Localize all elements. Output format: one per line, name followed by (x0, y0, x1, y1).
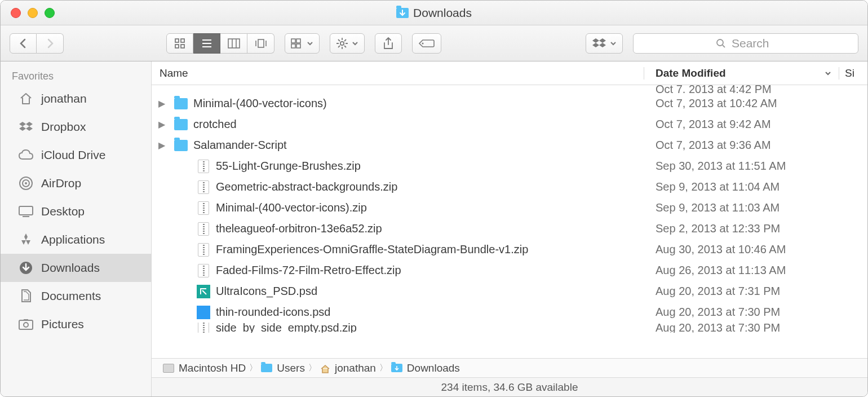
svg-rect-2 (175, 45, 179, 48)
sidebar-section-header: Favorites (1, 66, 151, 85)
file-date-modified: Aug 20, 2013 at 7:31 PM (644, 285, 839, 298)
action-button[interactable] (330, 33, 365, 54)
svg-line-22 (338, 39, 340, 41)
psd-file-icon (197, 306, 210, 319)
path-separator-icon: 〉 (246, 363, 261, 373)
share-button[interactable] (375, 33, 402, 54)
file-name: Minimal-(400-vector-icons).zip (216, 201, 367, 214)
file-name: thin-rounded-icons.psd (216, 306, 330, 319)
svg-rect-32 (19, 206, 33, 215)
file-browser: Name Date Modified Si ▶coffeescript-logo… (152, 61, 867, 396)
file-date-modified: Aug 26, 2013 at 11:13 AM (644, 264, 839, 277)
file-name: FramingExperiences-OmniGraffle-StateDiag… (216, 243, 528, 256)
svg-rect-16 (296, 44, 300, 48)
path-segment[interactable]: jonathan (320, 362, 376, 374)
downloads-folder-icon (396, 8, 409, 18)
file-name: side_by_side_empty.psd.zip (216, 323, 357, 333)
sidebar-item-dropbox[interactable]: Dropbox (1, 113, 151, 141)
sidebar-item-airdrop[interactable]: AirDrop (1, 169, 151, 197)
file-row[interactable]: theleagueof-orbitron-13e6a52.zipSep 2, 2… (152, 218, 867, 239)
sidebar-item-label: Pictures (41, 317, 84, 331)
file-name: Salamander-Script (193, 139, 287, 152)
svg-line-24 (338, 46, 340, 47)
zip-file-icon (198, 264, 209, 277)
file-row[interactable]: ▶crotchedOct 7, 2013 at 9:42 AM (152, 114, 867, 135)
sidebar-item-documents[interactable]: Documents (1, 282, 151, 310)
sidebar-item-label: Documents (41, 289, 101, 303)
file-row[interactable]: Geometric-abstract-backgrounds.zipSep 9,… (152, 177, 867, 197)
downloads-folder-icon (391, 364, 402, 372)
file-date-modified: Aug 30, 2013 at 10:46 AM (644, 243, 839, 256)
file-row[interactable]: UltraIcons_PSD.psdAug 20, 2013 at 7:31 P… (152, 281, 867, 302)
apps-icon (17, 231, 34, 248)
sidebar-item-desktop[interactable]: Desktop (1, 197, 151, 226)
file-date-modified: Oct 7, 2013 at 9:42 AM (644, 118, 839, 131)
file-date-modified: Sep 2, 2013 at 12:33 PM (644, 222, 839, 235)
path-separator-icon: 〉 (376, 363, 391, 373)
sidebar-item-label: Applications (41, 233, 105, 246)
file-row[interactable]: ▶Salamander-ScriptOct 7, 2013 at 9:36 AM (152, 135, 867, 156)
file-row[interactable]: thin-rounded-icons.psdAug 20, 2013 at 7:… (152, 302, 867, 323)
svg-point-26 (422, 42, 424, 44)
sidebar-item-icloud-drive[interactable]: iCloud Drive (1, 141, 151, 169)
list-view-button[interactable] (193, 33, 220, 54)
minimize-window-button[interactable] (28, 8, 38, 18)
zip-file-icon (198, 180, 209, 194)
sidebar-item-downloads[interactable]: Downloads (1, 254, 151, 282)
file-list[interactable]: ▶coffeescript-logoOct 7, 2013 at 4:42 PM… (152, 85, 867, 358)
fullscreen-window-button[interactable] (45, 8, 55, 18)
file-name: Geometric-abstract-backgrounds.zip (216, 180, 397, 193)
column-view-button[interactable] (220, 33, 247, 54)
disclosure-triangle-icon[interactable]: ▶ (155, 119, 169, 130)
path-segment[interactable]: Downloads (391, 362, 460, 374)
dropbox-button[interactable] (586, 33, 623, 54)
file-row[interactable]: Faded-Films-72-Film-Retro-Effect.zipAug … (152, 260, 867, 281)
icon-view-button[interactable] (166, 33, 193, 54)
svg-rect-13 (291, 39, 295, 43)
column-header-row: Name Date Modified Si (152, 61, 867, 85)
folder-icon (174, 140, 188, 151)
arrange-button[interactable] (285, 33, 320, 54)
path-segment[interactable]: Macintosh HD (163, 362, 246, 374)
sidebar-item-pictures[interactable]: Pictures (1, 310, 151, 338)
path-segment[interactable]: Users (261, 362, 305, 374)
file-row[interactable]: side_by_side_empty.psd.zipAug 20, 2013 a… (152, 323, 867, 333)
hdd-icon (163, 364, 174, 373)
path-segment-label: Macintosh HD (179, 362, 246, 374)
search-input[interactable] (730, 36, 776, 51)
disclosure-triangle-icon[interactable]: ▶ (155, 140, 169, 151)
forward-button[interactable] (37, 33, 64, 54)
file-date-modified: Oct 7, 2013 at 4:42 PM (644, 85, 839, 93)
sort-chevron-icon (824, 70, 832, 76)
file-row[interactable]: Minimal-(400-vector-icons).zipSep 9, 201… (152, 197, 867, 218)
sidebar-item-label: Desktop (41, 205, 85, 218)
path-separator-icon: 〉 (305, 363, 320, 373)
zip-file-icon (198, 323, 209, 333)
sidebar-item-label: Downloads (41, 261, 100, 275)
svg-line-28 (723, 45, 725, 47)
sidebar-item-label: AirDrop (41, 177, 81, 190)
column-header-name[interactable]: Name (152, 67, 644, 80)
column-header-date-modified[interactable]: Date Modified (644, 67, 839, 80)
disclosure-triangle-icon[interactable]: ▶ (155, 98, 169, 109)
sidebar: Favorites jonathanDropboxiCloud DriveAir… (1, 61, 152, 396)
tags-button[interactable] (412, 33, 441, 54)
svg-line-25 (344, 39, 346, 41)
svg-rect-14 (291, 44, 295, 48)
coverflow-view-button[interactable] (247, 33, 274, 54)
file-date-modified: Aug 20, 2013 at 7:30 PM (644, 323, 839, 333)
search-field[interactable] (633, 33, 858, 54)
file-row[interactable]: ▶coffeescript-logoOct 7, 2013 at 4:42 PM (152, 85, 867, 93)
nav-buttons (10, 33, 64, 54)
file-row[interactable]: 55-Light-Grunge-Brushes.zipSep 30, 2013 … (152, 156, 867, 177)
file-row[interactable]: FramingExperiences-OmniGraffle-StateDiag… (152, 239, 867, 260)
path-segment-label: Users (277, 362, 305, 374)
column-header-size[interactable]: Si (839, 67, 867, 80)
back-button[interactable] (10, 33, 37, 54)
file-row[interactable]: ▶Minimal-(400-vector-icons)Oct 7, 2013 a… (152, 93, 867, 114)
file-date-modified: Oct 7, 2013 at 10:42 AM (644, 97, 839, 110)
close-window-button[interactable] (11, 8, 21, 18)
sidebar-item-applications[interactable]: Applications (1, 226, 151, 254)
airdrop-icon (17, 175, 34, 192)
sidebar-item-jonathan[interactable]: jonathan (1, 85, 151, 113)
